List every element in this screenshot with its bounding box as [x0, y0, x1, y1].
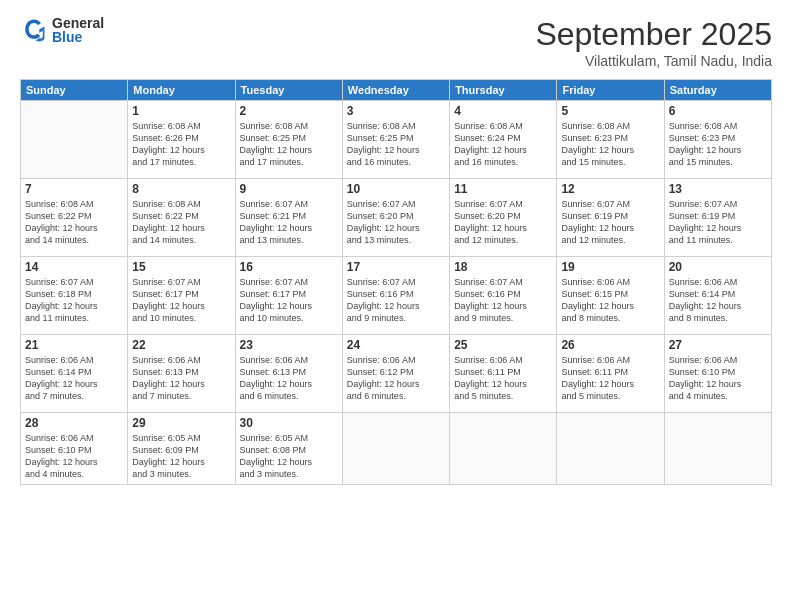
day-number: 18	[454, 260, 552, 274]
day-info: Sunrise: 6:08 AM Sunset: 6:22 PM Dayligh…	[25, 198, 123, 247]
day-number: 17	[347, 260, 445, 274]
day-info: Sunrise: 6:06 AM Sunset: 6:14 PM Dayligh…	[669, 276, 767, 325]
week-row-1: 1Sunrise: 6:08 AM Sunset: 6:26 PM Daylig…	[21, 101, 772, 179]
calendar-cell: 18Sunrise: 6:07 AM Sunset: 6:16 PM Dayli…	[450, 257, 557, 335]
day-number: 19	[561, 260, 659, 274]
day-number: 11	[454, 182, 552, 196]
day-info: Sunrise: 6:06 AM Sunset: 6:11 PM Dayligh…	[561, 354, 659, 403]
day-number: 27	[669, 338, 767, 352]
calendar-cell: 17Sunrise: 6:07 AM Sunset: 6:16 PM Dayli…	[342, 257, 449, 335]
day-info: Sunrise: 6:07 AM Sunset: 6:19 PM Dayligh…	[561, 198, 659, 247]
calendar-cell: 19Sunrise: 6:06 AM Sunset: 6:15 PM Dayli…	[557, 257, 664, 335]
location: Vilattikulam, Tamil Nadu, India	[535, 53, 772, 69]
calendar-cell: 22Sunrise: 6:06 AM Sunset: 6:13 PM Dayli…	[128, 335, 235, 413]
day-info: Sunrise: 6:05 AM Sunset: 6:09 PM Dayligh…	[132, 432, 230, 481]
day-number: 28	[25, 416, 123, 430]
calendar-cell: 9Sunrise: 6:07 AM Sunset: 6:21 PM Daylig…	[235, 179, 342, 257]
day-info: Sunrise: 6:06 AM Sunset: 6:13 PM Dayligh…	[132, 354, 230, 403]
day-info: Sunrise: 6:08 AM Sunset: 6:24 PM Dayligh…	[454, 120, 552, 169]
logo-blue: Blue	[52, 30, 104, 44]
day-info: Sunrise: 6:07 AM Sunset: 6:16 PM Dayligh…	[454, 276, 552, 325]
weekday-saturday: Saturday	[664, 80, 771, 101]
day-number: 20	[669, 260, 767, 274]
day-number: 24	[347, 338, 445, 352]
day-info: Sunrise: 6:07 AM Sunset: 6:21 PM Dayligh…	[240, 198, 338, 247]
day-number: 6	[669, 104, 767, 118]
calendar-cell: 10Sunrise: 6:07 AM Sunset: 6:20 PM Dayli…	[342, 179, 449, 257]
calendar-cell	[664, 413, 771, 485]
calendar-cell: 24Sunrise: 6:06 AM Sunset: 6:12 PM Dayli…	[342, 335, 449, 413]
logo-icon	[20, 16, 48, 44]
day-number: 10	[347, 182, 445, 196]
weekday-sunday: Sunday	[21, 80, 128, 101]
calendar: SundayMondayTuesdayWednesdayThursdayFrid…	[20, 79, 772, 485]
week-row-5: 28Sunrise: 6:06 AM Sunset: 6:10 PM Dayli…	[21, 413, 772, 485]
day-info: Sunrise: 6:06 AM Sunset: 6:13 PM Dayligh…	[240, 354, 338, 403]
day-info: Sunrise: 6:07 AM Sunset: 6:20 PM Dayligh…	[454, 198, 552, 247]
day-info: Sunrise: 6:08 AM Sunset: 6:25 PM Dayligh…	[240, 120, 338, 169]
day-number: 3	[347, 104, 445, 118]
calendar-cell: 8Sunrise: 6:08 AM Sunset: 6:22 PM Daylig…	[128, 179, 235, 257]
calendar-cell: 5Sunrise: 6:08 AM Sunset: 6:23 PM Daylig…	[557, 101, 664, 179]
day-info: Sunrise: 6:08 AM Sunset: 6:22 PM Dayligh…	[132, 198, 230, 247]
calendar-cell: 21Sunrise: 6:06 AM Sunset: 6:14 PM Dayli…	[21, 335, 128, 413]
day-number: 13	[669, 182, 767, 196]
day-info: Sunrise: 6:05 AM Sunset: 6:08 PM Dayligh…	[240, 432, 338, 481]
day-info: Sunrise: 6:07 AM Sunset: 6:17 PM Dayligh…	[240, 276, 338, 325]
day-info: Sunrise: 6:06 AM Sunset: 6:11 PM Dayligh…	[454, 354, 552, 403]
calendar-cell	[21, 101, 128, 179]
calendar-cell: 27Sunrise: 6:06 AM Sunset: 6:10 PM Dayli…	[664, 335, 771, 413]
day-info: Sunrise: 6:06 AM Sunset: 6:14 PM Dayligh…	[25, 354, 123, 403]
day-number: 9	[240, 182, 338, 196]
day-info: Sunrise: 6:07 AM Sunset: 6:18 PM Dayligh…	[25, 276, 123, 325]
day-info: Sunrise: 6:07 AM Sunset: 6:20 PM Dayligh…	[347, 198, 445, 247]
page-header: General Blue September 2025 Vilattikulam…	[20, 16, 772, 69]
day-number: 23	[240, 338, 338, 352]
day-info: Sunrise: 6:07 AM Sunset: 6:16 PM Dayligh…	[347, 276, 445, 325]
calendar-cell: 28Sunrise: 6:06 AM Sunset: 6:10 PM Dayli…	[21, 413, 128, 485]
day-number: 2	[240, 104, 338, 118]
calendar-cell	[342, 413, 449, 485]
day-info: Sunrise: 6:06 AM Sunset: 6:10 PM Dayligh…	[669, 354, 767, 403]
day-info: Sunrise: 6:08 AM Sunset: 6:25 PM Dayligh…	[347, 120, 445, 169]
day-number: 22	[132, 338, 230, 352]
calendar-cell: 30Sunrise: 6:05 AM Sunset: 6:08 PM Dayli…	[235, 413, 342, 485]
calendar-cell: 15Sunrise: 6:07 AM Sunset: 6:17 PM Dayli…	[128, 257, 235, 335]
weekday-thursday: Thursday	[450, 80, 557, 101]
weekday-tuesday: Tuesday	[235, 80, 342, 101]
calendar-cell: 16Sunrise: 6:07 AM Sunset: 6:17 PM Dayli…	[235, 257, 342, 335]
day-number: 7	[25, 182, 123, 196]
weekday-header-row: SundayMondayTuesdayWednesdayThursdayFrid…	[21, 80, 772, 101]
weekday-monday: Monday	[128, 80, 235, 101]
calendar-cell: 26Sunrise: 6:06 AM Sunset: 6:11 PM Dayli…	[557, 335, 664, 413]
day-info: Sunrise: 6:06 AM Sunset: 6:15 PM Dayligh…	[561, 276, 659, 325]
title-section: September 2025 Vilattikulam, Tamil Nadu,…	[535, 16, 772, 69]
day-number: 26	[561, 338, 659, 352]
calendar-cell: 7Sunrise: 6:08 AM Sunset: 6:22 PM Daylig…	[21, 179, 128, 257]
calendar-cell: 13Sunrise: 6:07 AM Sunset: 6:19 PM Dayli…	[664, 179, 771, 257]
calendar-cell: 4Sunrise: 6:08 AM Sunset: 6:24 PM Daylig…	[450, 101, 557, 179]
day-number: 8	[132, 182, 230, 196]
day-info: Sunrise: 6:06 AM Sunset: 6:10 PM Dayligh…	[25, 432, 123, 481]
weekday-wednesday: Wednesday	[342, 80, 449, 101]
day-number: 5	[561, 104, 659, 118]
day-number: 15	[132, 260, 230, 274]
calendar-cell: 14Sunrise: 6:07 AM Sunset: 6:18 PM Dayli…	[21, 257, 128, 335]
day-number: 14	[25, 260, 123, 274]
week-row-2: 7Sunrise: 6:08 AM Sunset: 6:22 PM Daylig…	[21, 179, 772, 257]
calendar-cell	[557, 413, 664, 485]
calendar-cell: 12Sunrise: 6:07 AM Sunset: 6:19 PM Dayli…	[557, 179, 664, 257]
calendar-cell: 25Sunrise: 6:06 AM Sunset: 6:11 PM Dayli…	[450, 335, 557, 413]
day-number: 4	[454, 104, 552, 118]
day-number: 16	[240, 260, 338, 274]
day-info: Sunrise: 6:07 AM Sunset: 6:17 PM Dayligh…	[132, 276, 230, 325]
month-title: September 2025	[535, 16, 772, 53]
day-info: Sunrise: 6:07 AM Sunset: 6:19 PM Dayligh…	[669, 198, 767, 247]
calendar-cell: 29Sunrise: 6:05 AM Sunset: 6:09 PM Dayli…	[128, 413, 235, 485]
day-number: 30	[240, 416, 338, 430]
logo-general: General	[52, 16, 104, 30]
week-row-3: 14Sunrise: 6:07 AM Sunset: 6:18 PM Dayli…	[21, 257, 772, 335]
logo-text: General Blue	[52, 16, 104, 44]
calendar-cell: 6Sunrise: 6:08 AM Sunset: 6:23 PM Daylig…	[664, 101, 771, 179]
day-number: 21	[25, 338, 123, 352]
